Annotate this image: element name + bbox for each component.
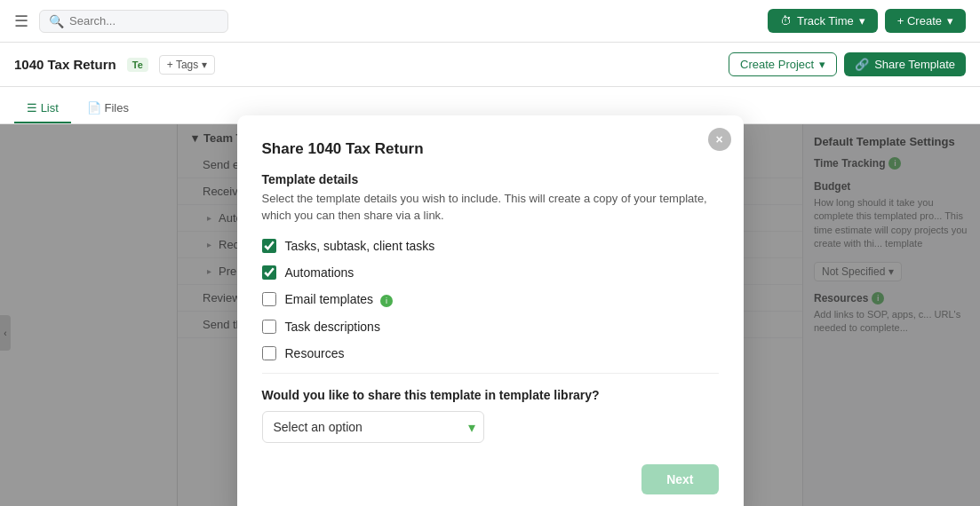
next-button[interactable]: Next [641, 464, 718, 494]
checkbox-resources: Resources [262, 346, 719, 360]
create-button[interactable]: + Create ▾ [885, 9, 966, 33]
track-time-button[interactable]: ⏱ Track Time ▾ [768, 9, 878, 33]
top-bar: ☰ 🔍 ⏱ Track Time ▾ + Create ▾ [0, 0, 980, 43]
search-bar[interactable]: 🔍 [39, 10, 228, 33]
task-descriptions-checkbox[interactable] [262, 320, 276, 334]
tab-files[interactable]: 📄 Files [75, 94, 141, 123]
tasks-checkbox[interactable] [262, 239, 276, 253]
list-icon: ☰ [27, 101, 37, 115]
template-details-section: Template details Select the template det… [262, 172, 719, 225]
tab-list[interactable]: ☰ List [14, 94, 71, 123]
email-templates-checkbox[interactable] [262, 292, 276, 306]
chevron-down-icon: ▾ [819, 58, 825, 71]
project-title: 1040 Tax Return [14, 57, 116, 72]
chevron-down-icon: ▾ [202, 59, 207, 71]
template-details-description: Select the template details you wish to … [262, 190, 719, 225]
link-icon: 🔗 [855, 58, 869, 71]
automations-checkbox[interactable] [262, 265, 276, 280]
files-icon: 📄 [87, 101, 101, 115]
task-descriptions-label: Task descriptions [285, 320, 380, 334]
share-option-select[interactable]: Select an optionYesNo [262, 411, 484, 443]
checkbox-automations: Automations [262, 265, 719, 280]
resources-checkbox[interactable] [262, 346, 276, 360]
clock-icon: ⏱ [780, 14, 792, 28]
info-icon: i [380, 295, 393, 307]
share-template-button[interactable]: 🔗 Share Template [844, 52, 966, 76]
email-templates-label: Email templates i [285, 292, 393, 307]
modal-overlay: Share 1040 Tax Return × Template details… [0, 124, 980, 506]
main-content: ‹ ▾ Team Tasks Send engagement... Receiv… [0, 124, 980, 506]
automations-label: Automations [285, 265, 355, 280]
share-modal: Share 1040 Tax Return × Template details… [237, 115, 744, 507]
search-icon: 🔍 [49, 14, 64, 28]
tasks-label: Tasks, subtask, client tasks [285, 239, 435, 253]
resources-label: Resources [285, 346, 345, 360]
select-wrapper: Select an optionYesNo ▾ [262, 411, 484, 443]
top-bar-right: ⏱ Track Time ▾ + Create ▾ [768, 9, 966, 33]
create-project-button[interactable]: Create Project ▾ [729, 52, 837, 76]
search-input[interactable] [69, 14, 219, 28]
chevron-down-icon: ▾ [859, 14, 865, 28]
sub-bar: 1040 Tax Return Te + Tags ▾ Create Proje… [0, 43, 980, 87]
template-details-heading: Template details [262, 172, 719, 186]
checkbox-email-templates: Email templates i [262, 292, 719, 307]
sub-bar-right: Create Project ▾ 🔗 Share Template [729, 52, 966, 76]
checkbox-task-descriptions: Task descriptions [262, 320, 719, 334]
chevron-down-icon: ▾ [947, 14, 953, 28]
project-badge: Te [127, 58, 148, 72]
hamburger-icon[interactable]: ☰ [14, 12, 28, 31]
modal-title: Share 1040 Tax Return [262, 140, 719, 158]
modal-close-button[interactable]: × [708, 128, 731, 151]
divider [262, 373, 719, 374]
share-question: Would you like to share this template in… [262, 388, 719, 402]
modal-footer: Next [262, 464, 719, 494]
tags-button[interactable]: + Tags ▾ [159, 55, 215, 75]
checkbox-tasks: Tasks, subtask, client tasks [262, 239, 719, 253]
